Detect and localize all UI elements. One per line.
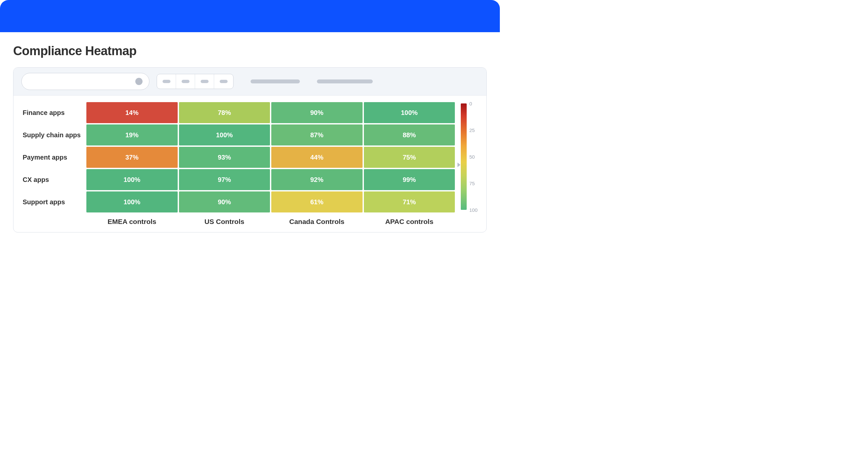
heatmap-card: Finance apps14%78%90%100%Supply chain ap… — [13, 67, 487, 233]
heatmap-cell[interactable]: 92% — [271, 169, 363, 190]
heatmap-cell[interactable]: 78% — [179, 102, 270, 123]
heatmap-cell[interactable]: 100% — [86, 191, 178, 213]
legend-caret-icon — [458, 162, 460, 167]
search-input[interactable] — [21, 73, 149, 90]
legend-tick-50: 50 — [469, 154, 475, 160]
heatmap-cell[interactable]: 100% — [364, 102, 455, 123]
heatmap-cell[interactable]: 44% — [271, 147, 363, 168]
seg-option-4[interactable] — [214, 74, 233, 89]
heatmap-cell[interactable]: 90% — [271, 102, 363, 123]
toolbar-placeholder-2 — [317, 80, 373, 84]
banner — [0, 0, 500, 32]
page-title: Compliance Heatmap — [13, 44, 487, 58]
legend-tick-75: 75 — [469, 181, 475, 186]
heatmap-row: Payment apps37%93%44%75% — [23, 147, 455, 168]
heatmap-cell[interactable]: 37% — [86, 147, 178, 168]
row-label: Payment apps — [23, 154, 85, 161]
heatmap-cell[interactable]: 71% — [364, 191, 455, 213]
toolbar — [13, 68, 486, 96]
heatmap-cell[interactable]: 93% — [179, 147, 270, 168]
heatmap-row: Supply chain apps19%100%87%88% — [23, 124, 455, 146]
legend-ticks: 0 25 50 75 100 — [469, 103, 481, 210]
heatmap-cell[interactable]: 19% — [86, 124, 178, 146]
heatmap-cell[interactable]: 88% — [364, 124, 455, 146]
column-label: US Controls — [179, 214, 270, 225]
color-legend: 0 25 50 75 100 — [461, 102, 481, 225]
toolbar-placeholder-1 — [251, 80, 300, 84]
column-label: APAC controls — [364, 214, 455, 225]
heatmap-cell[interactable]: 61% — [271, 191, 363, 213]
seg-option-3[interactable] — [195, 74, 214, 89]
legend-tick-100: 100 — [469, 207, 477, 213]
legend-tick-25: 25 — [469, 127, 475, 133]
search-trailing-icon — [135, 78, 143, 85]
heatmap-cell[interactable]: 14% — [86, 102, 178, 123]
segmented-control — [157, 74, 234, 89]
heatmap-cell[interactable]: 75% — [364, 147, 455, 168]
content: Compliance Heatmap Finance apps14%78%90%… — [0, 32, 500, 242]
row-label: Support apps — [23, 198, 85, 206]
heatmap-cell[interactable]: 97% — [179, 169, 270, 190]
heatmap-cell[interactable]: 100% — [179, 124, 270, 146]
heatmap-row: Finance apps14%78%90%100% — [23, 102, 455, 123]
column-label: Canada Controls — [271, 214, 363, 225]
heatmap-cell[interactable]: 90% — [179, 191, 270, 213]
heatmap-row: Support apps100%90%61%71% — [23, 191, 455, 213]
row-label: CX apps — [23, 176, 85, 184]
heatmap: Finance apps14%78%90%100%Supply chain ap… — [13, 96, 486, 232]
column-labels-row: EMEA controlsUS ControlsCanada ControlsA… — [23, 214, 455, 225]
row-label: Supply chain apps — [23, 131, 85, 139]
legend-gradient — [461, 103, 467, 210]
heatmap-cell[interactable]: 99% — [364, 169, 455, 190]
row-label: Finance apps — [23, 109, 85, 117]
seg-option-1[interactable] — [157, 74, 176, 89]
legend-tick-0: 0 — [469, 101, 472, 106]
heatmap-grid: Finance apps14%78%90%100%Supply chain ap… — [23, 102, 455, 225]
heatmap-cell[interactable]: 100% — [86, 169, 178, 190]
page: Compliance Heatmap Finance apps14%78%90%… — [0, 0, 500, 242]
heatmap-cell[interactable]: 87% — [271, 124, 363, 146]
column-label: EMEA controls — [86, 214, 178, 225]
heatmap-row: CX apps100%97%92%99% — [23, 169, 455, 190]
seg-option-2[interactable] — [176, 74, 195, 89]
